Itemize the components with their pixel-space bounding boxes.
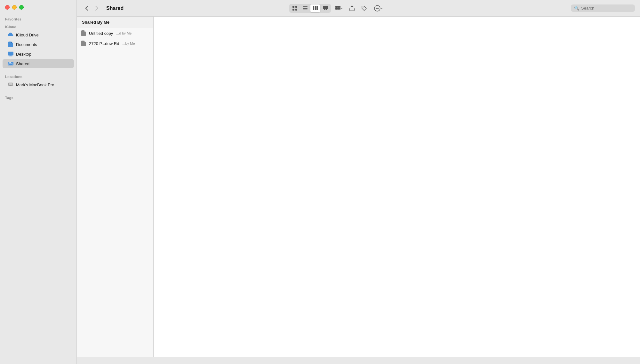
svg-rect-19 [316, 6, 318, 10]
locations-section-label: Locations [0, 72, 76, 80]
svg-rect-23 [335, 6, 337, 8]
desktop-icon [8, 51, 13, 57]
list-item[interactable]: 2720 P...dow Rd ...by Me [77, 38, 153, 49]
icloud-section-label: iCloud [0, 22, 76, 30]
sidebar-item-documents-label: Documents [16, 42, 37, 47]
svg-rect-25 [335, 8, 337, 10]
group-button[interactable]: ▾ [333, 5, 345, 12]
sidebar-item-icloud-drive[interactable]: iCloud Drive [3, 30, 74, 39]
svg-rect-24 [337, 6, 339, 8]
svg-rect-27 [339, 6, 340, 8]
svg-rect-10 [292, 6, 294, 8]
column-header-shared-by-me: Shared By Me [77, 17, 153, 28]
sidebar: Favorites iCloud iCloud Drive Documents [0, 0, 77, 364]
file-name-1: 2720 P...dow Rd [89, 41, 119, 46]
svg-rect-7 [9, 83, 13, 85]
svg-rect-14 [303, 6, 308, 7]
cloud-icon [8, 32, 13, 38]
group-chevron: ▾ [341, 7, 343, 10]
view-gallery-button[interactable] [321, 4, 330, 12]
file-icon [81, 30, 86, 36]
maximize-button[interactable] [19, 5, 24, 10]
sidebar-item-shared[interactable]: Shared [3, 59, 74, 68]
search-box[interactable]: 🔍 [571, 4, 635, 12]
close-button[interactable] [5, 5, 10, 10]
svg-point-5 [10, 62, 11, 64]
more-button[interactable]: ▾ [372, 4, 385, 13]
list-item[interactable]: Untitled copy ...d by Me [77, 28, 153, 38]
svg-point-29 [363, 7, 363, 7]
file-icon [81, 40, 86, 47]
svg-rect-26 [337, 8, 339, 10]
main-panel [154, 17, 640, 357]
search-input[interactable] [581, 6, 626, 11]
content-area: Shared By Me Untitled copy ...d by Me [77, 17, 640, 357]
status-bar [77, 357, 640, 364]
file-name-0: Untitled copy [89, 31, 113, 36]
svg-rect-20 [323, 6, 328, 9]
document-icon [8, 42, 13, 47]
sidebar-item-shared-label: Shared [16, 61, 29, 66]
svg-point-32 [377, 8, 378, 8]
svg-rect-0 [8, 52, 13, 56]
page-title: Shared [106, 5, 287, 11]
file-subtitle-1: ...by Me [122, 42, 135, 45]
svg-point-31 [376, 8, 377, 8]
svg-point-33 [378, 8, 379, 8]
svg-rect-15 [303, 8, 308, 9]
shared-icon [8, 61, 13, 66]
more-chevron: ▾ [381, 7, 383, 10]
svg-rect-16 [303, 10, 308, 10]
search-icon: 🔍 [574, 6, 579, 11]
sidebar-item-macbook[interactable]: Mark's MacBook Pro [3, 80, 74, 89]
svg-rect-28 [339, 8, 340, 10]
svg-point-4 [9, 62, 10, 64]
minimize-button[interactable] [12, 5, 17, 10]
shared-by-me-column: Shared By Me Untitled copy ...d by Me [77, 17, 154, 357]
toolbar-nav [82, 4, 101, 13]
sidebar-item-documents[interactable]: Documents [3, 40, 74, 49]
view-icon-button[interactable] [290, 4, 300, 12]
svg-rect-21 [324, 9, 325, 10]
sidebar-item-macbook-label: Mark's MacBook Pro [16, 82, 54, 87]
svg-rect-18 [315, 6, 316, 10]
file-subtitle-0: ...d by Me [116, 31, 132, 35]
tag-button[interactable] [359, 4, 369, 13]
svg-rect-22 [326, 9, 327, 10]
back-button[interactable] [82, 4, 91, 13]
toolbar: Shared [77, 0, 640, 17]
svg-rect-9 [10, 86, 11, 86]
tags-section-label: Tags [0, 93, 76, 101]
svg-rect-11 [295, 6, 297, 8]
view-list-button[interactable] [300, 4, 310, 12]
traffic-lights [0, 5, 76, 15]
main-content: Shared [77, 0, 640, 364]
view-controls [289, 4, 331, 13]
laptop-icon [8, 82, 13, 88]
svg-rect-12 [292, 9, 294, 11]
forward-button[interactable] [92, 4, 101, 13]
sidebar-item-icloud-drive-label: iCloud Drive [16, 33, 39, 37]
sidebar-item-desktop[interactable]: Desktop [3, 50, 74, 58]
svg-rect-13 [295, 9, 297, 11]
svg-rect-2 [9, 56, 12, 56]
favorites-section-label: Favorites [0, 15, 76, 22]
share-button[interactable] [347, 4, 357, 13]
view-column-button[interactable] [310, 4, 320, 12]
svg-rect-1 [9, 56, 12, 56]
svg-rect-17 [313, 6, 314, 10]
sidebar-item-desktop-label: Desktop [16, 52, 31, 57]
